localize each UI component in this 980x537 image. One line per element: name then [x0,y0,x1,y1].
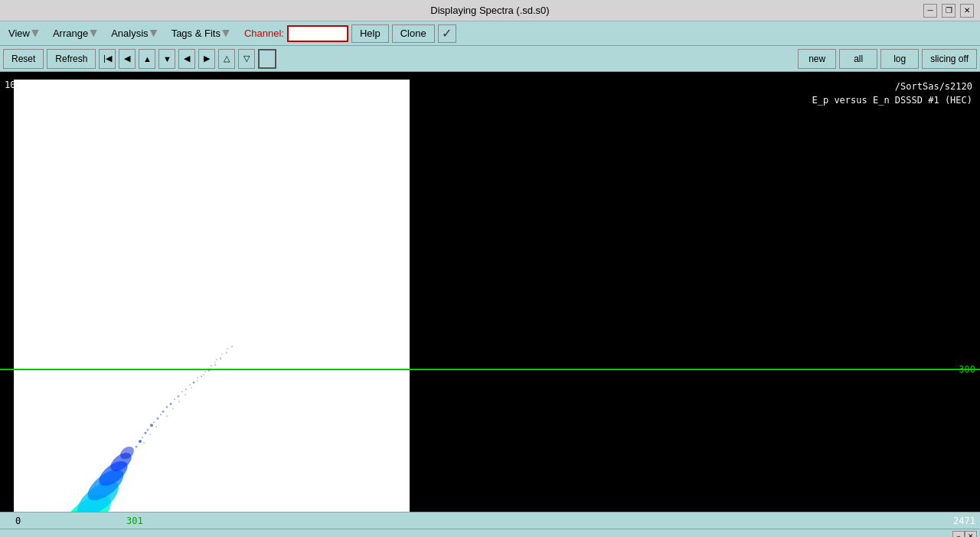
channel-input[interactable] [287,25,348,42]
nav-up-icon: ▲ [143,54,152,63]
nav-prev-icon: ◀ [124,54,130,63]
close-button[interactable]: ✕ [960,4,974,18]
view-arrow-icon [31,30,39,37]
analysis-menu[interactable]: Analysis [106,25,162,41]
reset-button[interactable]: Reset [3,49,44,69]
square-button[interactable] [258,49,276,69]
checkmark-button[interactable]: ✓ [438,24,456,43]
nav-prev-button[interactable]: ◀ [119,49,136,69]
checkmark-icon: ✓ [442,26,452,41]
nav-first-button[interactable]: |◀ [99,49,116,69]
info-line1: /SortSas/s2120 [812,80,972,93]
menubar: View Arrange Analysis Tags & Fits Channe… [0,21,980,46]
nav-left-button[interactable]: ◀ [178,49,195,69]
view-menu[interactable]: View [3,25,44,41]
nav-expand-up-icon: △ [224,54,230,63]
toolbar: Reset Refresh |◀ ◀ ▲ ▼ ◀ ▶ △ ▽ new all l… [0,46,980,72]
plot-white-area [14,80,410,512]
clone-button[interactable]: Clone [392,24,435,43]
analysis-label: Analysis [111,28,148,39]
minimize-button[interactable]: ─ [923,4,937,18]
help-button[interactable]: Help [351,24,389,43]
restore-button[interactable]: ❐ [942,4,956,18]
channel-label: Channel: [244,28,284,39]
arrange-menu[interactable]: Arrange [47,25,103,41]
new-button[interactable]: new [798,49,836,69]
nav-up-button[interactable]: ▲ [139,49,155,69]
nav-expand-up-button[interactable]: △ [218,49,235,69]
x-axis-min: 0 [15,516,21,526]
status-bar: − ✕ [0,529,980,537]
nav-expand-down-icon: ▽ [243,54,250,63]
x-axis-max: 2471 [953,516,975,526]
all-button[interactable]: all [839,49,877,69]
info-line2: E_p versus E_n DSSSD #1 (HEC) [812,93,972,107]
nav-right-icon: ▶ [204,54,210,63]
refresh-button[interactable]: Refresh [47,49,96,69]
plot-info: /SortSas/s2120 E_p versus E_n DSSSD #1 (… [812,80,972,107]
tags-fits-label: Tags & Fits [172,28,220,39]
nav-left-icon: ◀ [184,54,190,63]
status-close-button[interactable]: ✕ [965,531,977,538]
nav-down-icon: ▼ [163,54,172,63]
status-minus-button[interactable]: − [952,531,965,538]
nav-first-icon: |◀ [103,54,112,63]
main-plot-area[interactable]: 1071 [0,72,980,512]
tags-fits-menu[interactable]: Tags & Fits [166,25,235,41]
x-cursor-label: 301 [126,516,143,526]
nav-down-button[interactable]: ▼ [158,49,175,69]
view-label: View [8,28,30,39]
tags-fits-arrow-icon [222,30,230,37]
crosshair-horizontal [0,369,980,370]
y-cursor-label: 300 [959,364,975,375]
arrange-label: Arrange [53,28,88,39]
slicing-off-button[interactable]: slicing off [922,49,977,69]
titlebar-controls: ─ ❐ ✕ [923,4,974,18]
arrange-arrow-icon [90,30,97,37]
x-axis-bar: 0 301 2471 [0,512,980,529]
log-button[interactable]: log [880,49,919,69]
titlebar: Displaying Spectra (.sd.s0) ─ ❐ ✕ [0,0,980,21]
nav-expand-down-button[interactable]: ▽ [238,49,255,69]
nav-right-button[interactable]: ▶ [198,49,215,69]
window-title: Displaying Spectra (.sd.s0) [430,5,549,16]
analysis-arrow-icon [150,30,158,37]
